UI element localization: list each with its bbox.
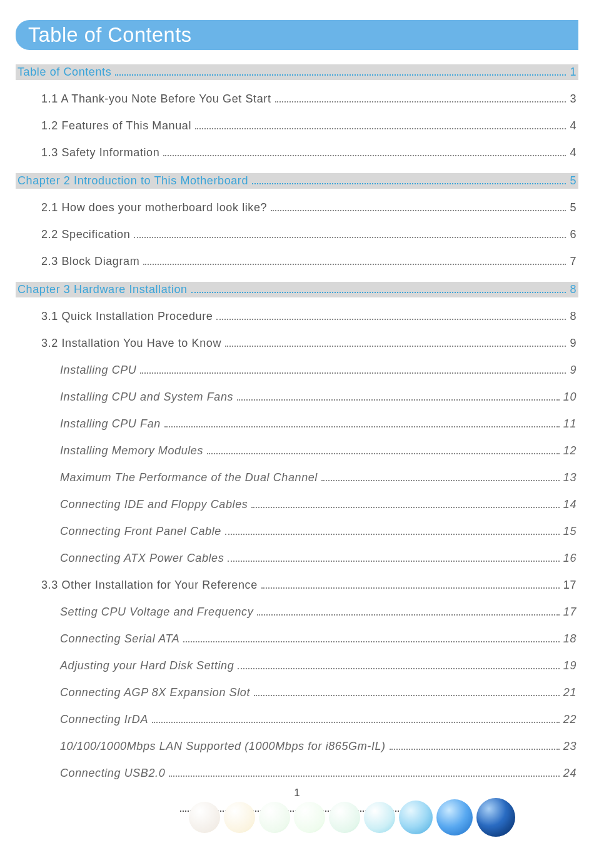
toc-row: Setting CPU Voltage and Frequency17 — [18, 606, 576, 619]
toc-leader-dots — [115, 67, 566, 76]
toc-row: Connecting Serial ATA18 — [18, 632, 576, 646]
toc-label: Connecting IDE and Floppy Cables — [60, 498, 248, 511]
circle-icon — [294, 802, 325, 833]
toc-row: Connecting IrDA22 — [18, 713, 576, 726]
circle-icon — [436, 799, 473, 836]
toc-label: Chapter 3 Hardware Installation — [18, 283, 188, 296]
toc-row: 3.3 Other Installation for Your Referenc… — [18, 579, 576, 592]
decorative-circles — [189, 798, 515, 837]
toc-leader-dots — [254, 687, 560, 696]
toc-page: 13 — [563, 471, 576, 484]
toc-leader-dots — [261, 580, 560, 589]
toc-label: Connecting Serial ATA — [60, 632, 179, 646]
toc-label: Connecting ATX Power Cables — [60, 552, 224, 565]
toc-leader-dots — [321, 472, 560, 481]
toc-label: Installing Memory Modules — [60, 444, 203, 457]
toc-page: 17 — [563, 606, 576, 619]
toc-label: 2.2 Specification — [41, 228, 130, 241]
toc-page: 10 — [563, 391, 576, 404]
toc-page: 18 — [563, 632, 576, 646]
toc-page: 3 — [570, 92, 576, 106]
toc-leader-dots — [134, 229, 566, 238]
toc-row: Chapter 2 Introduction to This Motherboa… — [16, 173, 578, 189]
toc-label: 3.1 Quick Installation Procedure — [41, 310, 213, 323]
toc-leader-dots — [257, 607, 559, 616]
toc-label: Installing CPU — [60, 364, 136, 377]
circle-icon — [224, 802, 255, 833]
toc-label: 2.1 How does your motherboard look like? — [41, 201, 267, 214]
toc-row: 2.2 Specification6 — [18, 228, 576, 241]
toc-leader-dots — [275, 94, 566, 102]
toc-leader-dots — [207, 446, 560, 454]
toc-label: Installing CPU Fan — [60, 417, 161, 431]
toc-row: Connecting IDE and Floppy Cables14 — [18, 498, 576, 511]
circle-icon — [329, 802, 360, 833]
toc-page: 9 — [570, 364, 576, 377]
toc-page: 8 — [570, 310, 576, 323]
toc-leader-dots — [164, 419, 560, 427]
toc-row: Connecting AGP 8X Expansion Slot21 — [18, 686, 576, 699]
toc-label: Connecting USB2.0 — [60, 767, 165, 780]
toc-leader-dots — [390, 741, 560, 750]
toc-row: 3.2 Installation You Have to Know9 — [18, 337, 576, 350]
circle-icon — [476, 798, 515, 837]
circle-icon — [399, 801, 433, 834]
toc-leader-dots — [271, 202, 566, 211]
toc-row: 2.1 How does your motherboard look like?… — [18, 201, 576, 214]
toc-page: 1 — [570, 66, 576, 79]
toc-leader-dots — [225, 526, 560, 535]
toc-page: 11 — [563, 417, 576, 431]
toc-leader-dots — [225, 338, 566, 347]
toc-label: Table of Contents — [18, 66, 111, 79]
toc-row: 10/100/1000Mbps LAN Supported (1000Mbps … — [18, 740, 576, 753]
toc-page: 9 — [570, 337, 576, 350]
circle-icon — [189, 802, 220, 833]
toc-leader-dots — [152, 714, 560, 723]
toc-page: 16 — [563, 552, 576, 565]
toc-row: Adjusting your Hard Disk Setting19 — [18, 659, 576, 672]
toc-row: 1.1 A Thank-you Note Before You Get Star… — [18, 92, 576, 106]
toc-page: 12 — [563, 444, 576, 457]
toc-page: 22 — [563, 713, 576, 726]
toc-label: 1.1 A Thank-you Note Before You Get Star… — [41, 92, 271, 106]
toc-page: 7 — [570, 255, 576, 268]
toc-page: 19 — [563, 659, 576, 672]
toc-label: Connecting AGP 8X Expansion Slot — [60, 686, 250, 699]
toc-page: 5 — [570, 174, 576, 187]
toc-row: 2.3 Block Diagram7 — [18, 255, 576, 268]
toc-page: 24 — [563, 767, 576, 780]
toc-label: 1.2 Features of This Manual — [41, 119, 191, 132]
toc-row: Connecting Front Panel Cable15 — [18, 525, 576, 538]
toc-label: Connecting IrDA — [60, 713, 148, 726]
toc-label: 10/100/1000Mbps LAN Supported (1000Mbps … — [60, 740, 386, 753]
toc-leader-dots — [169, 768, 559, 777]
circle-icon — [259, 802, 290, 833]
toc-leader-dots — [251, 499, 559, 508]
toc-leader-dots — [238, 661, 559, 669]
toc-body: Table of Contents11.1 A Thank-you Note B… — [18, 64, 576, 794]
toc-leader-dots — [140, 365, 566, 374]
toc-row: Installing Memory Modules12 — [18, 444, 576, 457]
toc-page: 5 — [570, 201, 576, 214]
toc-label: 3.3 Other Installation for Your Referenc… — [41, 579, 258, 592]
toc-label: Connecting Front Panel Cable — [60, 525, 221, 538]
toc-leader-dots — [143, 256, 566, 265]
toc-label: Setting CPU Voltage and Frequency — [60, 606, 253, 619]
toc-label: Chapter 2 Introduction to This Motherboa… — [18, 174, 248, 187]
toc-leader-dots — [228, 553, 559, 562]
toc-leader-dots — [195, 121, 566, 129]
toc-label: Adjusting your Hard Disk Setting — [60, 659, 234, 672]
toc-row: Chapter 3 Hardware Installation8 — [16, 282, 578, 297]
toc-row: Connecting ATX Power Cables16 — [18, 552, 576, 565]
toc-label: 3.2 Installation You Have to Know — [41, 337, 221, 350]
toc-row: Installing CPU9 — [18, 364, 576, 377]
toc-leader-dots — [237, 392, 560, 401]
toc-leader-dots — [163, 147, 566, 156]
toc-row: Connecting USB2.024 — [18, 767, 576, 780]
header-bar: Table of Contents — [16, 20, 578, 50]
toc-leader-dots — [252, 176, 566, 184]
toc-leader-dots — [191, 284, 566, 293]
toc-page: 21 — [563, 686, 576, 699]
toc-row: Installing CPU Fan11 — [18, 417, 576, 431]
toc-row: 3.1 Quick Installation Procedure8 — [18, 310, 576, 323]
